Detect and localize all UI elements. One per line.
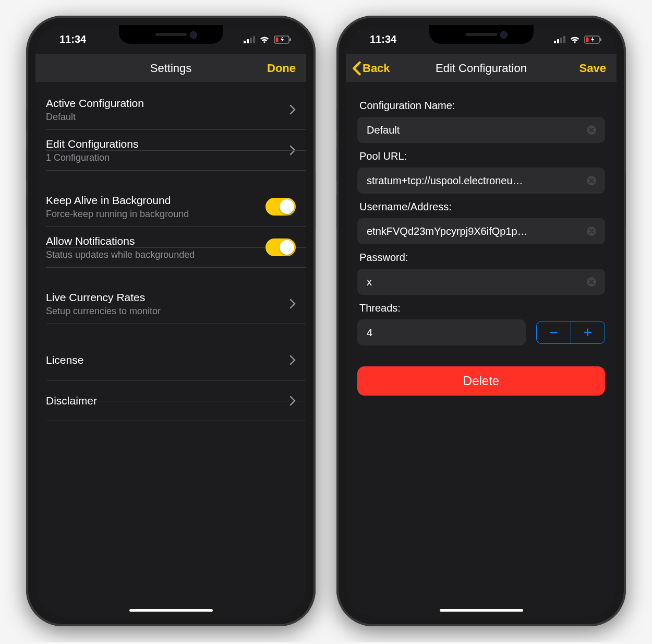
delete-button[interactable]: Delete	[357, 366, 605, 396]
stepper-minus-button[interactable]: −	[537, 321, 571, 343]
notifications-toggle[interactable]	[265, 238, 296, 256]
back-label: Back	[363, 62, 390, 75]
allow-notifications-row: Allow Notifications Status updates while…	[35, 227, 306, 268]
status-time: 11:34	[360, 33, 396, 45]
svg-rect-1	[276, 37, 279, 42]
license-row[interactable]: License	[35, 340, 306, 380]
svg-rect-2	[289, 38, 291, 41]
battery-icon	[274, 35, 292, 44]
clear-icon[interactable]	[586, 226, 597, 236]
battery-icon	[584, 35, 602, 44]
row-title: Active Configuration	[46, 97, 289, 110]
home-indicator[interactable]	[129, 609, 213, 612]
clear-icon[interactable]	[586, 125, 597, 135]
page-title: Settings	[150, 62, 192, 75]
keep-alive-toggle[interactable]	[265, 198, 296, 216]
row-sub: Setup currencies to monitor	[46, 306, 289, 317]
pool-url-input[interactable]	[366, 174, 581, 187]
clear-icon[interactable]	[586, 175, 597, 186]
done-button[interactable]: Done	[267, 54, 296, 82]
svg-rect-5	[600, 38, 601, 41]
chevron-right-icon	[289, 355, 296, 365]
chevron-right-icon	[289, 104, 296, 115]
settings-phone: 11:34 Settings Done Active Configuration	[26, 16, 316, 626]
nav-bar: Settings Done	[35, 54, 306, 83]
save-button[interactable]: Save	[579, 54, 606, 82]
row-title: Allow Notifications	[46, 235, 265, 247]
nav-bar: Back Edit Configuration Save	[346, 54, 617, 83]
row-title: Live Currency Rates	[46, 291, 289, 304]
config-name-label: Configuration Name:	[359, 100, 603, 112]
row-sub: 1 Configuration	[46, 152, 289, 163]
back-button[interactable]: Back	[352, 54, 390, 82]
svg-rect-4	[586, 37, 589, 42]
row-sub: Default	[46, 112, 289, 123]
password-label: Password:	[359, 252, 603, 264]
status-time: 11:34	[50, 33, 86, 45]
home-indicator[interactable]	[440, 609, 523, 612]
row-title: Disclaimer	[46, 395, 289, 407]
pool-url-label: Pool URL:	[359, 150, 603, 162]
row-sub: Force-keep running in background	[46, 209, 265, 220]
wifi-icon	[569, 35, 581, 44]
stepper-plus-button[interactable]: +	[571, 321, 605, 343]
row-title: Keep Alive in Background	[46, 194, 265, 207]
threads-label: Threads:	[359, 302, 603, 314]
config-name-input[interactable]	[366, 124, 581, 137]
row-sub: Status updates while backgrounded	[46, 249, 265, 260]
edit-config-phone: 11:34 Back Edit Configuration Save Conf	[336, 16, 626, 626]
edit-configurations-row[interactable]: Edit Configurations 1 Configuration	[35, 130, 306, 171]
keep-alive-row: Keep Alive in Background Force-keep runn…	[35, 186, 306, 227]
username-input[interactable]	[366, 225, 581, 238]
active-configuration-row[interactable]: Active Configuration Default	[35, 89, 306, 130]
page-title: Edit Configuration	[436, 62, 527, 75]
username-label: Username/Address:	[359, 201, 603, 213]
chevron-right-icon	[289, 145, 296, 156]
row-title: License	[46, 354, 289, 366]
threads-stepper: − +	[536, 321, 605, 344]
row-title: Edit Configurations	[46, 138, 289, 150]
password-input[interactable]	[366, 276, 581, 289]
threads-input[interactable]	[366, 326, 517, 339]
signal-icon	[554, 36, 565, 43]
wifi-icon	[259, 35, 270, 44]
disclaimer-row[interactable]: Disclaimer	[35, 380, 306, 421]
signal-icon	[244, 36, 255, 43]
chevron-right-icon	[289, 396, 296, 406]
chevron-right-icon	[289, 299, 296, 309]
live-currency-rates-row[interactable]: Live Currency Rates Setup currencies to …	[35, 283, 306, 324]
clear-icon[interactable]	[586, 277, 597, 287]
